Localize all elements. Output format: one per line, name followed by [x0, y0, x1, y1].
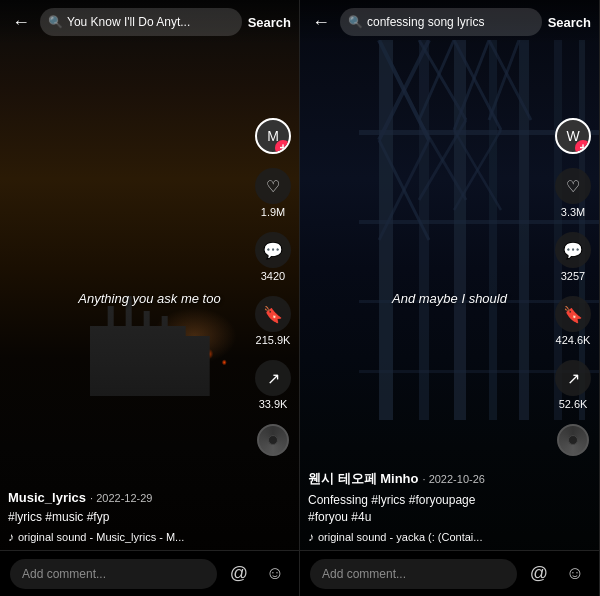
left-at-icon[interactable]: @ [225, 563, 253, 584]
left-music-note: ♪ [8, 530, 14, 544]
left-caption: #lyrics #music #fyp [8, 509, 249, 526]
svg-rect-3 [489, 40, 497, 420]
right-avatar[interactable]: W + [555, 118, 591, 154]
right-search-text: confessing song lyrics [367, 15, 534, 29]
right-music-note: ♪ [308, 530, 314, 544]
right-comment-icon[interactable]: 💬 [555, 232, 591, 268]
left-follow-badge[interactable]: + [275, 140, 291, 154]
left-music-disc[interactable] [257, 424, 289, 456]
right-username-row: 웬시 테오페 Minho · 2022-10-26 [308, 470, 549, 488]
right-emoji-icon[interactable]: ☺ [561, 563, 589, 584]
right-music-action[interactable] [557, 424, 589, 456]
left-search-icon: 🔍 [48, 15, 63, 29]
left-search-bar[interactable]: 🔍 You Know I'll Do Anyt... [40, 8, 242, 36]
left-date: · 2022-12-29 [90, 492, 152, 504]
right-search-bar[interactable]: 🔍 confessing song lyrics [340, 8, 542, 36]
left-shares-count: 33.9K [259, 398, 288, 410]
left-profile-action: M + [255, 118, 291, 154]
right-shares-count: 52.6K [559, 398, 588, 410]
right-share-icon[interactable]: ↗ [555, 360, 591, 396]
left-music-action[interactable] [257, 424, 289, 456]
left-sound-row: ♪ original sound - Music_lyrics - M... [8, 530, 249, 544]
left-emoji-icon[interactable]: ☺ [261, 563, 289, 584]
right-center-text: And maybe I should [392, 291, 507, 306]
right-profile-action: W + [555, 118, 591, 154]
right-bottom-info: 웬시 테오페 Minho · 2022-10-26 Confessing #ly… [308, 470, 549, 544]
right-comment-input[interactable]: Add comment... [310, 559, 517, 589]
right-bookmark-icon[interactable]: 🔖 [555, 296, 591, 332]
right-caption: Confessing #lyrics #foryoupage #foryou #… [308, 492, 549, 526]
right-back-button[interactable]: ← [308, 8, 334, 37]
svg-rect-0 [379, 40, 393, 420]
left-bookmark-icon[interactable]: 🔖 [255, 296, 291, 332]
right-username: 웬시 테오페 Minho [308, 470, 419, 488]
right-sound-text: original sound - yacka (: (Contai... [318, 531, 482, 543]
right-bookmarks-count: 424.6K [556, 334, 591, 346]
right-bookmarks-action[interactable]: 🔖 424.6K [555, 296, 591, 346]
right-like-icon[interactable]: ♡ [555, 168, 591, 204]
right-search-button[interactable]: Search [548, 15, 591, 30]
left-center-text: Anything you ask me too [78, 291, 220, 306]
left-bottom-bar: Add comment... @ ☺ [0, 550, 299, 596]
left-comment-input[interactable]: Add comment... [10, 559, 217, 589]
left-username: Music_lyrics [8, 490, 86, 505]
right-actions: W + ♡ 3.3M 💬 3257 🔖 424.6K ↗ 52.6K [555, 118, 591, 456]
right-music-disc[interactable] [557, 424, 589, 456]
left-shares-action[interactable]: ↗ 33.9K [255, 360, 291, 410]
right-search-icon: 🔍 [348, 15, 363, 29]
left-avatar[interactable]: M + [255, 118, 291, 154]
right-music-disc-inner [568, 435, 578, 445]
right-sound-row: ♪ original sound - yacka (: (Contai... [308, 530, 549, 544]
left-likes-action[interactable]: ♡ 1.9M [255, 168, 291, 218]
left-sound-text: original sound - Music_lyrics - M... [18, 531, 184, 543]
right-at-icon[interactable]: @ [525, 563, 553, 584]
left-bottom-info: Music_lyrics · 2022-12-29 #lyrics #music… [8, 490, 249, 544]
left-comment-icon[interactable]: 💬 [255, 232, 291, 268]
left-share-icon[interactable]: ↗ [255, 360, 291, 396]
left-back-button[interactable]: ← [8, 8, 34, 37]
right-panel: ← 🔍 confessing song lyrics Search And ma… [300, 0, 600, 596]
left-likes-count: 1.9M [261, 206, 285, 218]
left-search-button[interactable]: Search [248, 15, 291, 30]
right-likes-count: 3.3M [561, 206, 585, 218]
right-likes-action[interactable]: ♡ 3.3M [555, 168, 591, 218]
right-shares-action[interactable]: ↗ 52.6K [555, 360, 591, 410]
left-search-text: You Know I'll Do Anyt... [67, 15, 234, 29]
right-follow-badge[interactable]: + [575, 140, 591, 154]
left-bookmarks-action[interactable]: 🔖 215.9K [255, 296, 291, 346]
right-date: · 2022-10-26 [423, 473, 485, 485]
right-comments-action[interactable]: 💬 3257 [555, 232, 591, 282]
svg-rect-2 [454, 40, 466, 420]
left-like-icon[interactable]: ♡ [255, 168, 291, 204]
right-comments-count: 3257 [561, 270, 585, 282]
left-bookmarks-count: 215.9K [256, 334, 291, 346]
left-username-row: Music_lyrics · 2022-12-29 [8, 490, 249, 505]
left-panel: ← 🔍 You Know I'll Do Anyt... Search Anyt… [0, 0, 300, 596]
right-bottom-bar: Add comment... @ ☺ [300, 550, 599, 596]
right-header: ← 🔍 confessing song lyrics Search [300, 0, 599, 44]
left-music-disc-inner [268, 435, 278, 445]
left-header: ← 🔍 You Know I'll Do Anyt... Search [0, 0, 299, 44]
left-comments-count: 3420 [261, 270, 285, 282]
left-comments-action[interactable]: 💬 3420 [255, 232, 291, 282]
left-actions: M + ♡ 1.9M 💬 3420 🔖 215.9K ↗ 33.9K [255, 118, 291, 456]
